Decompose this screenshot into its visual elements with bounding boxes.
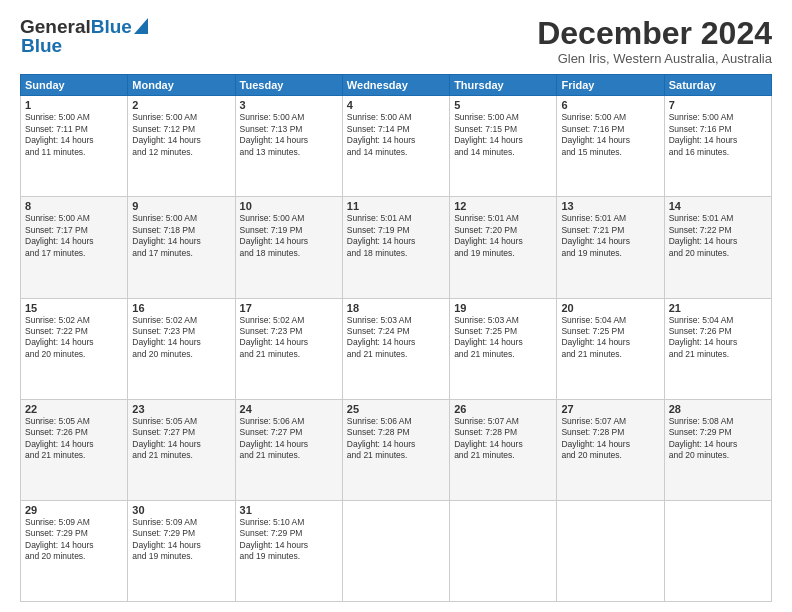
calendar-cell [450, 500, 557, 601]
calendar-cell: 27Sunrise: 5:07 AM Sunset: 7:28 PM Dayli… [557, 399, 664, 500]
day-number: 9 [132, 200, 230, 212]
day-number: 13 [561, 200, 659, 212]
calendar-cell: 1Sunrise: 5:00 AM Sunset: 7:11 PM Daylig… [21, 96, 128, 197]
day-info: Sunrise: 5:07 AM Sunset: 7:28 PM Dayligh… [454, 416, 552, 462]
header: General Blue Blue December 2024 Glen Iri… [20, 16, 772, 66]
day-info: Sunrise: 5:00 AM Sunset: 7:14 PM Dayligh… [347, 112, 445, 158]
calendar-cell: 23Sunrise: 5:05 AM Sunset: 7:27 PM Dayli… [128, 399, 235, 500]
calendar-cell: 22Sunrise: 5:05 AM Sunset: 7:26 PM Dayli… [21, 399, 128, 500]
weekday-header-wednesday: Wednesday [342, 75, 449, 96]
day-info: Sunrise: 5:01 AM Sunset: 7:19 PM Dayligh… [347, 213, 445, 259]
day-number: 29 [25, 504, 123, 516]
day-number: 28 [669, 403, 767, 415]
calendar-cell: 7Sunrise: 5:00 AM Sunset: 7:16 PM Daylig… [664, 96, 771, 197]
day-number: 18 [347, 302, 445, 314]
day-number: 31 [240, 504, 338, 516]
calendar-cell [664, 500, 771, 601]
calendar-cell: 11Sunrise: 5:01 AM Sunset: 7:19 PM Dayli… [342, 197, 449, 298]
day-info: Sunrise: 5:05 AM Sunset: 7:27 PM Dayligh… [132, 416, 230, 462]
logo-blue-text: Blue [91, 16, 132, 38]
weekday-header-saturday: Saturday [664, 75, 771, 96]
calendar-cell: 19Sunrise: 5:03 AM Sunset: 7:25 PM Dayli… [450, 298, 557, 399]
calendar-cell: 17Sunrise: 5:02 AM Sunset: 7:23 PM Dayli… [235, 298, 342, 399]
day-info: Sunrise: 5:01 AM Sunset: 7:21 PM Dayligh… [561, 213, 659, 259]
calendar-cell: 29Sunrise: 5:09 AM Sunset: 7:29 PM Dayli… [21, 500, 128, 601]
day-info: Sunrise: 5:09 AM Sunset: 7:29 PM Dayligh… [132, 517, 230, 563]
month-title: December 2024 [537, 16, 772, 51]
day-number: 14 [669, 200, 767, 212]
day-number: 2 [132, 99, 230, 111]
day-info: Sunrise: 5:00 AM Sunset: 7:16 PM Dayligh… [561, 112, 659, 158]
day-info: Sunrise: 5:00 AM Sunset: 7:16 PM Dayligh… [669, 112, 767, 158]
day-info: Sunrise: 5:00 AM Sunset: 7:11 PM Dayligh… [25, 112, 123, 158]
day-number: 19 [454, 302, 552, 314]
calendar-cell: 18Sunrise: 5:03 AM Sunset: 7:24 PM Dayli… [342, 298, 449, 399]
calendar-cell: 24Sunrise: 5:06 AM Sunset: 7:27 PM Dayli… [235, 399, 342, 500]
weekday-header-friday: Friday [557, 75, 664, 96]
day-info: Sunrise: 5:03 AM Sunset: 7:25 PM Dayligh… [454, 315, 552, 361]
day-info: Sunrise: 5:00 AM Sunset: 7:19 PM Dayligh… [240, 213, 338, 259]
calendar-table: SundayMondayTuesdayWednesdayThursdayFrid… [20, 74, 772, 602]
day-number: 17 [240, 302, 338, 314]
calendar-cell: 31Sunrise: 5:10 AM Sunset: 7:29 PM Dayli… [235, 500, 342, 601]
calendar-cell: 2Sunrise: 5:00 AM Sunset: 7:12 PM Daylig… [128, 96, 235, 197]
day-info: Sunrise: 5:05 AM Sunset: 7:26 PM Dayligh… [25, 416, 123, 462]
calendar-cell: 5Sunrise: 5:00 AM Sunset: 7:15 PM Daylig… [450, 96, 557, 197]
day-number: 25 [347, 403, 445, 415]
calendar-cell: 28Sunrise: 5:08 AM Sunset: 7:29 PM Dayli… [664, 399, 771, 500]
day-info: Sunrise: 5:06 AM Sunset: 7:27 PM Dayligh… [240, 416, 338, 462]
day-info: Sunrise: 5:00 AM Sunset: 7:18 PM Dayligh… [132, 213, 230, 259]
calendar-cell: 30Sunrise: 5:09 AM Sunset: 7:29 PM Dayli… [128, 500, 235, 601]
calendar-cell: 21Sunrise: 5:04 AM Sunset: 7:26 PM Dayli… [664, 298, 771, 399]
calendar-cell: 8Sunrise: 5:00 AM Sunset: 7:17 PM Daylig… [21, 197, 128, 298]
location: Glen Iris, Western Australia, Australia [537, 51, 772, 66]
day-info: Sunrise: 5:00 AM Sunset: 7:17 PM Dayligh… [25, 213, 123, 259]
title-area: December 2024 Glen Iris, Western Austral… [537, 16, 772, 66]
day-number: 5 [454, 99, 552, 111]
calendar-cell: 9Sunrise: 5:00 AM Sunset: 7:18 PM Daylig… [128, 197, 235, 298]
day-number: 24 [240, 403, 338, 415]
day-info: Sunrise: 5:08 AM Sunset: 7:29 PM Dayligh… [669, 416, 767, 462]
weekday-header-sunday: Sunday [21, 75, 128, 96]
day-number: 3 [240, 99, 338, 111]
day-number: 23 [132, 403, 230, 415]
calendar-cell: 15Sunrise: 5:02 AM Sunset: 7:22 PM Dayli… [21, 298, 128, 399]
day-number: 4 [347, 99, 445, 111]
day-number: 11 [347, 200, 445, 212]
weekday-header-monday: Monday [128, 75, 235, 96]
day-number: 30 [132, 504, 230, 516]
day-number: 20 [561, 302, 659, 314]
day-number: 27 [561, 403, 659, 415]
calendar-cell: 26Sunrise: 5:07 AM Sunset: 7:28 PM Dayli… [450, 399, 557, 500]
calendar-cell: 12Sunrise: 5:01 AM Sunset: 7:20 PM Dayli… [450, 197, 557, 298]
logo: General Blue Blue [20, 16, 148, 57]
calendar-cell: 10Sunrise: 5:00 AM Sunset: 7:19 PM Dayli… [235, 197, 342, 298]
day-info: Sunrise: 5:10 AM Sunset: 7:29 PM Dayligh… [240, 517, 338, 563]
day-number: 16 [132, 302, 230, 314]
calendar-cell: 3Sunrise: 5:00 AM Sunset: 7:13 PM Daylig… [235, 96, 342, 197]
calendar-cell: 16Sunrise: 5:02 AM Sunset: 7:23 PM Dayli… [128, 298, 235, 399]
day-number: 26 [454, 403, 552, 415]
day-info: Sunrise: 5:00 AM Sunset: 7:13 PM Dayligh… [240, 112, 338, 158]
day-info: Sunrise: 5:01 AM Sunset: 7:20 PM Dayligh… [454, 213, 552, 259]
page: General Blue Blue December 2024 Glen Iri… [0, 0, 792, 612]
logo-triangle-icon [134, 18, 148, 38]
day-number: 22 [25, 403, 123, 415]
weekday-header-thursday: Thursday [450, 75, 557, 96]
day-info: Sunrise: 5:09 AM Sunset: 7:29 PM Dayligh… [25, 517, 123, 563]
day-info: Sunrise: 5:02 AM Sunset: 7:22 PM Dayligh… [25, 315, 123, 361]
day-number: 10 [240, 200, 338, 212]
day-info: Sunrise: 5:07 AM Sunset: 7:28 PM Dayligh… [561, 416, 659, 462]
day-info: Sunrise: 5:02 AM Sunset: 7:23 PM Dayligh… [240, 315, 338, 361]
logo-line2: Blue [20, 35, 62, 57]
day-number: 7 [669, 99, 767, 111]
calendar-cell: 4Sunrise: 5:00 AM Sunset: 7:14 PM Daylig… [342, 96, 449, 197]
day-info: Sunrise: 5:00 AM Sunset: 7:15 PM Dayligh… [454, 112, 552, 158]
calendar-cell: 6Sunrise: 5:00 AM Sunset: 7:16 PM Daylig… [557, 96, 664, 197]
day-number: 6 [561, 99, 659, 111]
calendar-cell: 14Sunrise: 5:01 AM Sunset: 7:22 PM Dayli… [664, 197, 771, 298]
day-number: 12 [454, 200, 552, 212]
weekday-header-tuesday: Tuesday [235, 75, 342, 96]
svg-marker-0 [134, 18, 148, 34]
day-info: Sunrise: 5:00 AM Sunset: 7:12 PM Dayligh… [132, 112, 230, 158]
